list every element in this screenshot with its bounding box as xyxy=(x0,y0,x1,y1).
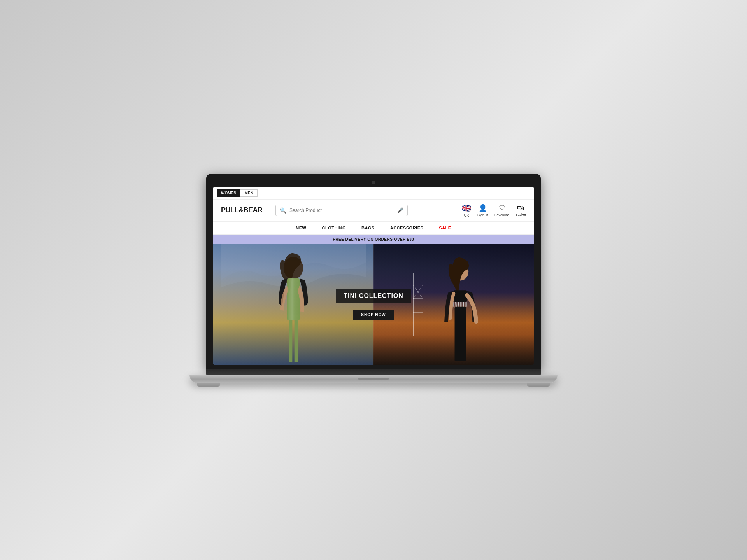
logo: PULL&BEAR xyxy=(221,206,268,214)
hero-overlay: TINI COLLECTION SHOP NOW xyxy=(213,244,534,365)
country-selector[interactable]: 🇬🇧 UK xyxy=(462,203,471,217)
uk-label: UK xyxy=(464,214,469,217)
basket-label: Basket xyxy=(515,213,526,217)
basket-icon: 🛍 xyxy=(517,204,524,212)
screen-bezel: WOMEN MEN PULL&BEAR 🔍 🎤 🇬🇧 UK xyxy=(206,174,541,369)
laptop-frame: WOMEN MEN PULL&BEAR 🔍 🎤 🇬🇧 UK xyxy=(206,174,541,387)
favourite-label: Favourite xyxy=(494,213,509,217)
promo-text: FREE DELIVERY ON ORDERS OVER £30 xyxy=(333,237,414,242)
nav-item-accessories[interactable]: ACCESSORIES xyxy=(390,226,424,230)
screen-content: WOMEN MEN PULL&BEAR 🔍 🎤 🇬🇧 UK xyxy=(213,187,534,365)
microphone-icon[interactable]: 🎤 xyxy=(397,207,403,213)
laptop-notch xyxy=(358,378,389,380)
user-icon: 👤 xyxy=(479,204,487,212)
nav-item-sale[interactable]: SALE xyxy=(439,226,451,230)
favourite-button[interactable]: ♡ Favourite xyxy=(494,204,509,217)
laptop-bottom-bezel xyxy=(206,369,541,375)
nav-item-clothing[interactable]: CLOTHING xyxy=(322,226,346,230)
laptop-feet xyxy=(193,383,554,387)
header: PULL&BEAR 🔍 🎤 🇬🇧 UK 👤 Sign In xyxy=(213,200,534,222)
collection-title: TINI COLLECTION xyxy=(336,289,411,303)
hero-banner: TINI COLLECTION SHOP NOW xyxy=(213,244,534,365)
navigation: NEW CLOTHING BAGS ACCESSORIES SALE xyxy=(213,222,534,234)
laptop-base xyxy=(189,375,558,383)
search-icon: 🔍 xyxy=(280,207,286,214)
nav-item-bags[interactable]: BAGS xyxy=(361,226,375,230)
shop-now-button[interactable]: SHOP NOW xyxy=(353,310,393,320)
promo-bar: FREE DELIVERY ON ORDERS OVER £30 xyxy=(213,234,534,244)
header-actions: 🇬🇧 UK 👤 Sign In ♡ Favourite 🛍 Basket xyxy=(462,203,526,217)
nav-item-new[interactable]: NEW xyxy=(296,226,306,230)
basket-button[interactable]: 🛍 Basket xyxy=(515,204,526,217)
sign-in-button[interactable]: 👤 Sign In xyxy=(477,204,488,217)
sign-in-label: Sign In xyxy=(477,213,488,217)
search-bar[interactable]: 🔍 🎤 xyxy=(275,205,408,216)
uk-flag-icon: 🇬🇧 xyxy=(462,203,471,213)
camera xyxy=(372,181,375,184)
women-tab[interactable]: WOMEN xyxy=(217,189,240,197)
laptop-foot-right xyxy=(527,383,550,387)
search-input[interactable] xyxy=(289,208,394,213)
men-tab[interactable]: MEN xyxy=(240,189,257,197)
laptop-foot-left xyxy=(197,383,220,387)
gender-bar: WOMEN MEN xyxy=(213,187,534,200)
heart-icon: ♡ xyxy=(499,204,505,212)
